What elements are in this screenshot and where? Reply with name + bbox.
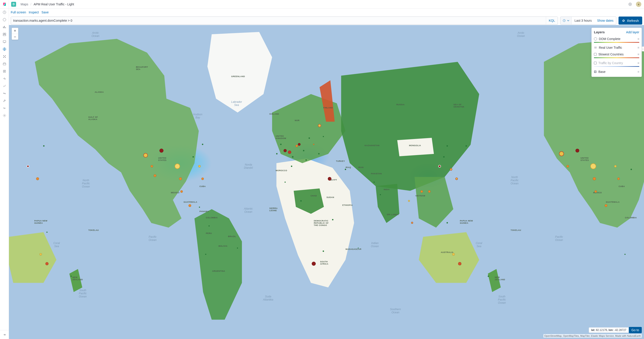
data-point[interactable] — [179, 177, 182, 180]
layer-item[interactable]: DOM Complete≡ — [594, 36, 639, 44]
data-point[interactable] — [624, 254, 626, 255]
data-point[interactable] — [428, 190, 431, 193]
data-point[interactable] — [151, 165, 153, 168]
quick-select-button[interactable] — [560, 17, 572, 24]
layer-item[interactable]: Traffic by Country≡ — [594, 60, 639, 69]
zoom-in-button[interactable]: + — [12, 28, 18, 34]
drag-handle-icon[interactable]: ≡ — [638, 61, 639, 65]
data-point[interactable] — [276, 153, 278, 154]
data-point[interactable] — [280, 144, 282, 145]
data-point[interactable] — [46, 262, 48, 265]
data-point[interactable] — [374, 181, 375, 183]
data-point[interactable] — [40, 253, 42, 255]
nav-management[interactable] — [0, 112, 9, 119]
data-point[interactable] — [488, 276, 489, 277]
goto-button[interactable]: Go to — [629, 327, 642, 333]
data-point[interactable] — [292, 156, 294, 158]
data-point[interactable] — [614, 165, 617, 168]
data-point[interactable] — [308, 137, 310, 139]
full-screen-link[interactable]: Full screen — [11, 10, 26, 14]
drag-handle-icon[interactable]: ≡ — [638, 46, 639, 49]
data-point[interactable] — [411, 222, 413, 224]
data-point[interactable] — [46, 232, 48, 233]
inspect-link[interactable]: Inspect — [28, 10, 39, 14]
data-point[interactable] — [202, 178, 204, 180]
data-point[interactable] — [593, 177, 596, 180]
nav-monitoring[interactable] — [0, 104, 9, 112]
data-point[interactable] — [618, 178, 620, 180]
data-point[interactable] — [318, 153, 320, 154]
nav-siem[interactable] — [0, 90, 9, 97]
add-layer-link[interactable]: Add layer — [626, 30, 639, 34]
nav-infrastructure[interactable] — [0, 60, 9, 67]
data-point[interactable] — [180, 190, 183, 193]
show-dates-link[interactable]: Show dates — [594, 19, 616, 22]
data-point[interactable] — [345, 169, 346, 170]
data-point[interactable] — [332, 219, 334, 220]
data-point[interactable] — [408, 200, 410, 202]
data-point[interactable] — [446, 145, 448, 147]
data-point[interactable] — [575, 149, 579, 153]
data-point[interactable] — [285, 181, 286, 183]
data-point[interactable] — [296, 145, 298, 147]
data-point[interactable] — [323, 251, 324, 252]
data-point[interactable] — [446, 222, 448, 224]
data-point[interactable] — [458, 262, 462, 265]
data-point[interactable] — [380, 194, 381, 195]
avatar[interactable]: e — [636, 1, 641, 7]
data-point[interactable] — [318, 124, 321, 127]
nav-dashboard[interactable] — [0, 31, 9, 38]
nav-ml[interactable] — [0, 53, 9, 60]
data-point[interactable] — [358, 248, 359, 249]
data-point[interactable] — [443, 156, 444, 158]
data-point[interactable] — [605, 204, 607, 207]
date-range-label[interactable]: Last 3 hours — [572, 19, 594, 22]
data-point[interactable] — [456, 178, 458, 180]
layer-item[interactable]: Real User Traffic≡ — [594, 44, 639, 51]
query-input[interactable] — [11, 17, 546, 24]
drag-handle-icon[interactable]: ≡ — [638, 70, 639, 73]
data-point[interactable] — [43, 145, 44, 147]
data-point[interactable] — [284, 149, 287, 152]
data-point[interactable] — [328, 177, 332, 181]
data-point[interactable] — [594, 190, 597, 193]
data-point[interactable] — [27, 165, 29, 168]
data-point[interactable] — [160, 149, 164, 153]
data-point[interactable] — [208, 226, 210, 227]
save-link[interactable]: Save — [42, 10, 49, 14]
nav-visualize[interactable] — [0, 23, 9, 31]
data-point[interactable] — [452, 253, 455, 256]
data-point[interactable] — [438, 165, 441, 168]
data-point[interactable] — [71, 276, 72, 277]
data-point[interactable] — [466, 145, 467, 147]
data-point[interactable] — [590, 163, 596, 169]
nav-recently-viewed[interactable] — [0, 8, 9, 16]
data-point[interactable] — [199, 207, 200, 208]
refresh-button[interactable]: Refresh — [618, 16, 642, 24]
data-point[interactable] — [312, 262, 316, 266]
newsfeed-button[interactable] — [627, 1, 633, 7]
layer-item[interactable]: Base≡ — [594, 69, 639, 75]
nav-maps[interactable] — [0, 45, 9, 53]
nav-canvas[interactable] — [0, 38, 9, 45]
data-point[interactable] — [323, 136, 324, 137]
data-point[interactable] — [202, 144, 203, 145]
collapse-layers-tab[interactable]: ‹ — [642, 46, 644, 51]
data-point[interactable] — [205, 254, 206, 255]
data-point[interactable] — [298, 143, 300, 146]
data-point[interactable] — [630, 169, 632, 170]
breadcrumb-maps[interactable]: Maps — [20, 2, 28, 6]
data-point[interactable] — [291, 166, 292, 167]
data-point[interactable] — [198, 165, 201, 168]
data-point[interactable] — [420, 190, 423, 193]
map[interactable]: ArcticOceanNorthPacificOceanPacificOcean… — [9, 25, 644, 339]
data-point[interactable] — [303, 150, 304, 151]
data-point[interactable] — [288, 151, 291, 154]
data-point[interactable] — [300, 200, 302, 202]
nav-uptime[interactable] — [0, 82, 9, 90]
nav-apm[interactable] — [0, 75, 9, 82]
nav-discover[interactable] — [0, 16, 9, 23]
data-point[interactable] — [237, 247, 238, 249]
zoom-out-button[interactable]: − — [12, 34, 18, 39]
data-point[interactable] — [192, 156, 194, 158]
